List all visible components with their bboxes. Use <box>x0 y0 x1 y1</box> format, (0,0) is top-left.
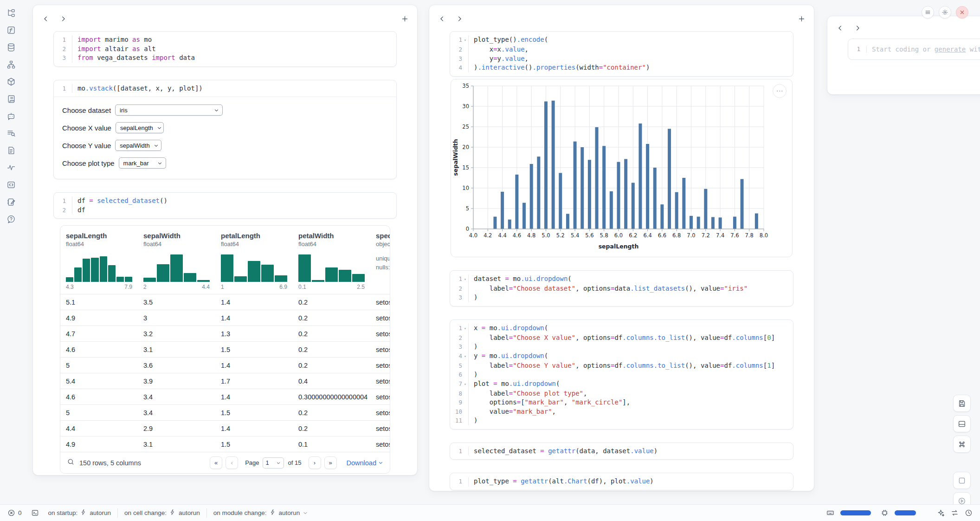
code-line: 6) <box>450 370 793 379</box>
sidebar-code-snippet-icon[interactable] <box>5 178 18 191</box>
svg-text:4.2: 4.2 <box>484 232 492 239</box>
sidebar-document-icon[interactable] <box>5 144 18 157</box>
chevron-right-icon[interactable] <box>453 13 465 25</box>
sidebar-activity-icon[interactable] <box>5 161 18 174</box>
history-clock-icon[interactable] <box>965 509 973 517</box>
dropdown-select[interactable]: mark_bar <box>119 157 166 169</box>
table-cell: 1.7 <box>215 373 293 389</box>
swap-arrows-icon[interactable] <box>951 509 959 517</box>
chevron-left-icon[interactable] <box>834 22 846 34</box>
chevron-left-icon[interactable] <box>39 13 52 25</box>
table-summary: 150 rows, 5 columns <box>79 459 141 467</box>
prev-page-button[interactable]: ‹ <box>226 456 238 469</box>
fold-chevron-icon[interactable]: ▾ <box>462 379 468 389</box>
sidebar-script-icon[interactable] <box>5 92 18 105</box>
next-page-button[interactable]: › <box>309 456 321 469</box>
editor-placeholder: Start coding or generate with <box>866 46 980 53</box>
add-cell-icon[interactable] <box>399 13 411 25</box>
chart-menu-icon[interactable]: ⋯ <box>773 84 787 98</box>
scratchpad-icon[interactable] <box>953 472 971 489</box>
dropdown-control-row: Choose X valuesepalLength <box>62 122 388 133</box>
download-button[interactable]: Download <box>347 459 384 467</box>
menu-icon[interactable] <box>922 6 934 19</box>
dropdown-select[interactable]: sepalWidth <box>115 140 161 151</box>
code-editor[interactable]: 1▾plot_type().encode(2 x=x.value,3 y=y.v… <box>450 32 793 76</box>
code-editor[interactable]: 1▾dataset = mo.ui.dropdown(2 label="Choo… <box>450 271 793 306</box>
statusbar-runtime-setting[interactable]: on startup:autorun <box>44 505 116 521</box>
setting-label: on module change: <box>213 509 267 516</box>
add-cell-icon[interactable] <box>795 13 807 25</box>
fold-chevron-icon[interactable]: ▾ <box>462 35 468 45</box>
search-icon[interactable] <box>67 458 75 468</box>
column-meta: unique:nulls: <box>376 254 384 272</box>
table-cell: 2.9 <box>138 421 215 436</box>
svg-text:0: 0 <box>466 226 469 232</box>
code-editor[interactable]: 1import marimo as mo2import altair as al… <box>54 32 396 66</box>
fold-chevron-icon[interactable]: ▾ <box>462 274 468 284</box>
svg-text:7.0: 7.0 <box>687 232 695 239</box>
bar-mark <box>668 129 671 229</box>
terminal-icon[interactable] <box>26 505 44 521</box>
ai-panel-topbar <box>827 16 980 37</box>
sidebar-package-icon[interactable] <box>5 75 18 88</box>
fold-chevron-icon[interactable]: ▾ <box>462 352 468 361</box>
page-count-label: of 15 <box>288 459 302 466</box>
histogram-bar <box>143 278 156 282</box>
code-editor[interactable]: 1mo.vstack([dataset, x, y, plot]) <box>54 80 396 97</box>
close-icon[interactable] <box>956 6 968 19</box>
line-number: 1 <box>54 35 66 45</box>
sidebar-file-tree-icon[interactable] <box>5 7 18 20</box>
bar-mark <box>602 146 606 229</box>
histogram-bar <box>248 261 260 282</box>
column-header[interactable]: sepalWidthfloat6424.4 <box>138 226 215 294</box>
gear-icon[interactable] <box>939 6 951 19</box>
table-cell: setosa <box>370 326 390 341</box>
column-header[interactable]: speciesobjectunique:nulls: <box>370 226 390 294</box>
generate-link[interactable]: generate <box>935 46 966 53</box>
table-cell: 0.4 <box>293 373 370 389</box>
table-cell: 3.1 <box>138 436 215 452</box>
error-count[interactable]: 0 <box>7 505 26 521</box>
keyboard-icon[interactable] <box>826 509 834 517</box>
code-editor[interactable]: 1df = selected_dataset()2df <box>54 193 396 218</box>
cpu-chip-icon[interactable] <box>881 509 889 517</box>
column-header[interactable]: sepalLengthfloat644.37.9 <box>60 226 138 294</box>
ai-editor-cell[interactable]: 1 Start coding or generate with <box>848 39 980 60</box>
code-editor[interactable]: 1selected_dataset = getattr(data, datase… <box>450 443 793 460</box>
chevron-down-icon <box>276 461 281 465</box>
statusbar-runtime-setting[interactable]: on module change:autorun <box>209 505 313 521</box>
chevron-left-icon[interactable] <box>436 13 448 25</box>
line-number: 10 <box>450 407 462 417</box>
panel-layout-icon[interactable] <box>953 415 971 432</box>
sidebar-database-icon[interactable] <box>5 41 18 54</box>
command-palette-icon[interactable] <box>953 436 971 453</box>
column-header[interactable]: petalLengthfloat6416.9 <box>215 226 293 294</box>
sidebar-function-icon[interactable] <box>5 24 18 37</box>
save-icon[interactable] <box>953 395 971 412</box>
code-editor[interactable]: 1plot_type = getattr(alt.Chart(df), plot… <box>450 473 793 490</box>
first-page-button[interactable]: « <box>210 456 222 469</box>
chevron-right-icon[interactable] <box>851 22 864 34</box>
dropdown-select[interactable]: sepalLength <box>116 122 164 133</box>
last-page-button[interactable]: » <box>324 456 337 469</box>
sidebar-chat-bot-icon[interactable] <box>5 110 18 123</box>
fold-chevron-icon[interactable]: ▾ <box>462 324 468 333</box>
altair-bar-chart[interactable]: 4.04.24.44.64.85.05.25.45.65.86.06.26.46… <box>451 79 793 255</box>
column-header[interactable]: petalWidthfloat640.12.5 <box>293 226 370 294</box>
histogram-bar <box>197 280 210 282</box>
page-select[interactable]: 1 <box>263 457 284 469</box>
sidebar-help-icon[interactable] <box>5 213 18 226</box>
statusbar-runtime-setting[interactable]: on cell change:autorun <box>120 505 205 521</box>
sidebar-notepad-icon[interactable] <box>5 195 18 208</box>
table-cell: 3.2 <box>138 326 215 341</box>
sparkle-icon[interactable] <box>937 509 945 517</box>
table-row: 5.13.51.40.2setosa <box>60 294 390 310</box>
table-cell: 4.6 <box>60 342 138 357</box>
bar-mark <box>617 162 620 228</box>
chevron-right-icon[interactable] <box>57 13 69 25</box>
sidebar-dependency-graph-icon[interactable] <box>5 58 18 71</box>
sidebar-list-search-icon[interactable] <box>5 127 18 140</box>
dropdown-select[interactable]: iris <box>115 104 223 116</box>
line-number: 1 <box>848 46 860 53</box>
code-editor[interactable]: 1▾x = mo.ui.dropdown(2 label="Choose X v… <box>450 320 793 429</box>
